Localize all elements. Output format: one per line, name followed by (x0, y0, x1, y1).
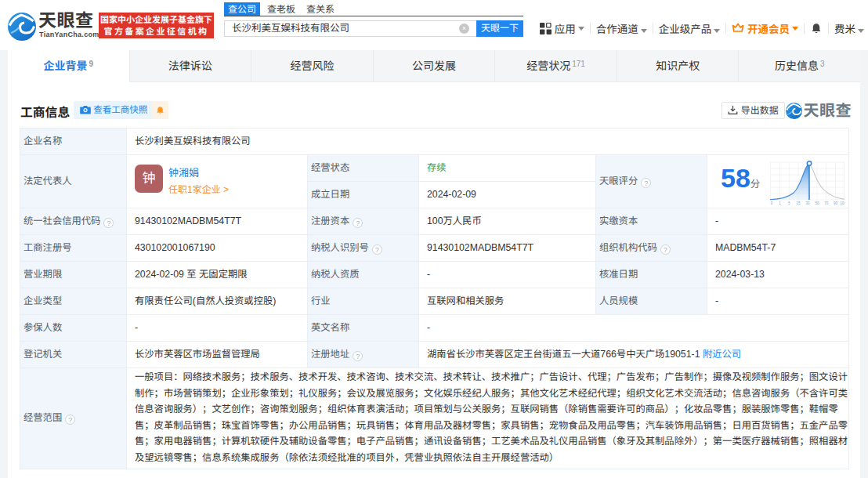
svg-text:50: 50 (815, 201, 819, 205)
svg-text:90: 90 (834, 201, 838, 205)
svg-text:70: 70 (824, 201, 829, 205)
svg-text:0: 0 (770, 201, 772, 205)
svg-text:100: 100 (840, 201, 844, 205)
svg-text:5: 5 (788, 201, 790, 205)
svg-text:30: 30 (805, 201, 810, 205)
svg-text:1: 1 (779, 201, 781, 205)
svg-text:15: 15 (796, 201, 801, 205)
